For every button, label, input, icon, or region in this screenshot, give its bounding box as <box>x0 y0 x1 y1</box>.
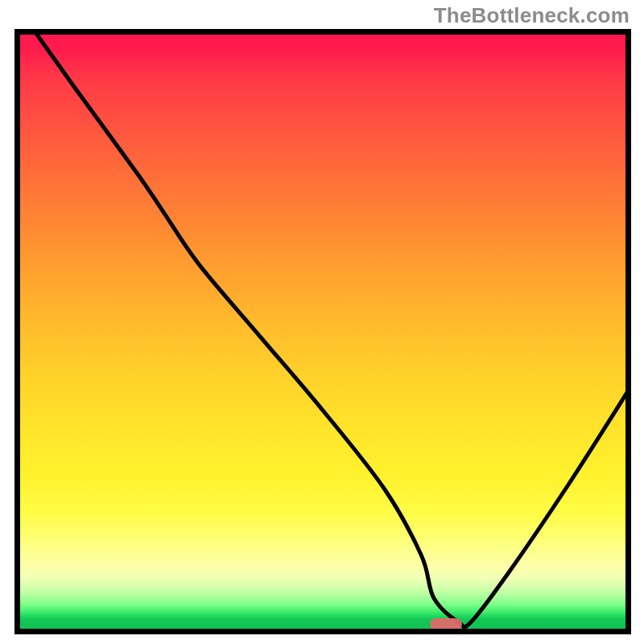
valley-marker <box>430 618 462 630</box>
watermark-label: TheBottleneck.com <box>434 3 630 28</box>
bottleneck-curve <box>33 29 631 627</box>
chart-plot-area <box>14 29 631 634</box>
chart-curve-svg <box>14 29 631 634</box>
